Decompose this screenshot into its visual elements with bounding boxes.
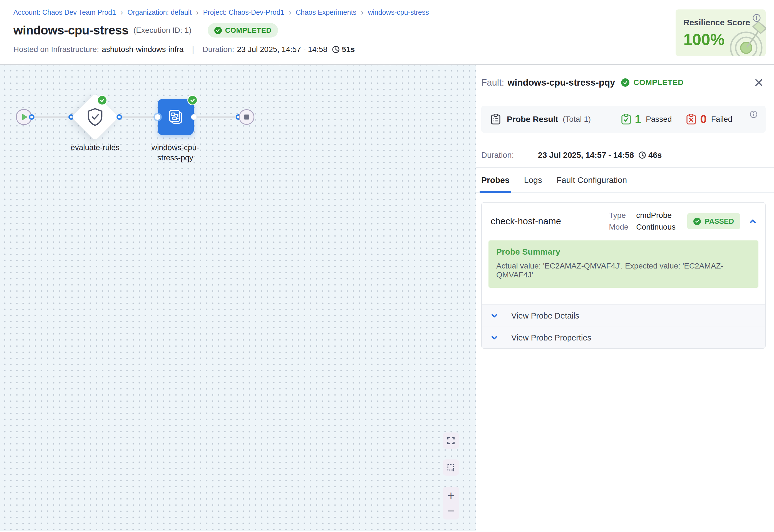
probe-meta: Type cmdProbe Mode Continuous: [609, 211, 676, 232]
probe-result-summary-bar: Probe Result (Total 1) 1 Passed: [481, 106, 766, 133]
step-label-windows-cpu-stress-pqy: windows-cpu-stress-pqy: [147, 142, 204, 163]
node-port: [191, 114, 197, 120]
chevron-up-icon: [748, 217, 757, 226]
close-icon: [754, 78, 763, 87]
probe-result-counts: 1 Passed 0 Failed: [621, 113, 732, 126]
zoom-in-button[interactable]: +: [443, 488, 459, 503]
probe-card-footer: View Probe Details View Probe Properties: [482, 304, 765, 348]
check-circle-icon: [621, 78, 629, 87]
probe-type-value: cmdProbe: [636, 211, 676, 220]
probe-summary-text: Actual value: 'EC2AMAZ-QMVAF4J'. Expecte…: [496, 262, 751, 279]
info-icon[interactable]: [753, 14, 761, 23]
view-probe-properties-label: View Probe Properties: [511, 333, 591, 342]
stop-icon: [244, 115, 249, 120]
detail-tabs: Probes Logs Fault Configuration: [476, 167, 774, 193]
fault-status-label: COMPLETED: [633, 78, 683, 87]
view-probe-properties-toggle[interactable]: View Probe Properties: [482, 327, 765, 348]
pipeline-edge: [119, 116, 158, 118]
clipboard-check-icon: [621, 114, 631, 125]
duration-value: 23 Jul 2025, 14:57 - 14:58: [237, 45, 327, 54]
probe-mode-label: Mode: [609, 223, 628, 232]
connector-port: [29, 114, 34, 120]
failed-label: Failed: [711, 115, 732, 124]
collapse-probe-button[interactable]: [748, 217, 757, 226]
duration-elapsed: 46s: [648, 151, 662, 160]
meta-row: Hosted on Infrastructure: ashutosh-windo…: [13, 44, 774, 54]
resilience-score-value: 100%: [683, 30, 766, 49]
marquee-select-button[interactable]: [443, 459, 459, 476]
connector-port: [116, 114, 122, 120]
probe-card-check-host-name: check-host-name Type cmdProbe Mode Conti…: [481, 202, 766, 349]
page-title: windows-cpu-stress: [13, 23, 128, 37]
breadcrumb-chaos-experiments[interactable]: Chaos Experiments: [296, 8, 356, 16]
probe-summary-box: Probe Summary Actual value: 'EC2AMAZ-QMV…: [488, 240, 758, 288]
experiment-status-label: COMPLETED: [225, 26, 272, 35]
fullscreen-icon: [447, 437, 455, 444]
execution-id: (Execution ID: 1): [133, 26, 192, 35]
duration-value: 23 Jul 2025, 14:57 - 14:58: [538, 151, 634, 160]
check-circle-icon: [693, 218, 701, 225]
experiment-fault-icon: [167, 108, 184, 127]
clock-icon: [638, 151, 646, 159]
probe-status-label: PASSED: [705, 217, 734, 226]
probe-type-label: Type: [609, 211, 628, 220]
experiment-status-badge: COMPLETED: [208, 23, 278, 38]
view-probe-details-label: View Probe Details: [511, 311, 579, 320]
pipeline-edge: [194, 116, 239, 118]
fault-name: windows-cpu-stress-pqy: [508, 77, 615, 88]
step-label-evaluate-rules: evaluate-rules: [62, 142, 128, 153]
chevron-down-icon: [490, 334, 498, 342]
passed-count: 1: [635, 113, 641, 126]
duration-elapsed: 51s: [342, 45, 355, 54]
breadcrumb-separator-icon: ›: [289, 9, 291, 16]
resilience-score-card: Resilience Score 100%: [676, 9, 766, 56]
tab-logs[interactable]: Logs: [524, 168, 542, 192]
zoom-out-button[interactable]: −: [443, 503, 459, 518]
passed-label: Passed: [646, 115, 672, 124]
fault-header: Fault: windows-cpu-stress-pqy COMPLETED: [481, 73, 766, 92]
tab-fault-configuration[interactable]: Fault Configuration: [557, 168, 627, 192]
clipboard-icon: [491, 114, 501, 125]
pipeline-end-node[interactable]: [239, 109, 254, 125]
breadcrumb-separator-icon: ›: [196, 9, 199, 16]
fault-duration-row: Duration: 23 Jul 2025, 14:57 - 14:58 46s: [481, 143, 766, 167]
breadcrumb-current[interactable]: windows-cpu-stress: [368, 8, 429, 16]
failed-count: 0: [700, 113, 706, 126]
main-content: evaluate-rules windows-cpu-stress-pqy + …: [0, 65, 774, 531]
shield-check-icon: [87, 108, 103, 126]
breadcrumb-account[interactable]: Account: Chaos Dev Team Prod1: [13, 8, 116, 16]
marquee-select-icon: [447, 463, 455, 472]
breadcrumb-organization[interactable]: Organization: default: [128, 8, 192, 16]
probe-card-header[interactable]: check-host-name Type cmdProbe Mode Conti…: [482, 203, 765, 239]
chaos-experiment-execution-page: Account: Chaos Dev Team Prod1 › Organiza…: [0, 0, 774, 532]
probe-result-title: Probe Result: [507, 115, 558, 124]
probe-summary-title: Probe Summary: [496, 247, 751, 257]
breadcrumb: Account: Chaos Dev Team Prod1 › Organiza…: [13, 0, 774, 16]
meta-divider: |: [192, 44, 194, 54]
view-probe-details-toggle[interactable]: View Probe Details: [482, 305, 765, 327]
pipeline-edge: [32, 116, 71, 118]
probe-status-badge: PASSED: [687, 213, 740, 229]
duration-label: Duration:: [203, 45, 234, 54]
probe-mode-value: Continuous: [636, 223, 676, 232]
infra-value: ashutosh-windows-infra: [102, 45, 183, 54]
probe-name: check-host-name: [491, 216, 609, 227]
breadcrumb-separator-icon: ›: [120, 9, 123, 16]
page-header: Account: Chaos Dev Team Prod1 › Organiza…: [0, 0, 774, 65]
info-icon[interactable]: [750, 111, 757, 119]
fault-label: Fault:: [481, 77, 504, 88]
duration-label: Duration:: [481, 151, 538, 160]
infra-label: Hosted on Infrastructure:: [13, 45, 99, 54]
close-panel-button[interactable]: [754, 78, 763, 87]
breadcrumb-project[interactable]: Project: Chaos-Dev-Prod1: [203, 8, 284, 16]
pipeline-canvas[interactable]: evaluate-rules windows-cpu-stress-pqy + …: [0, 65, 476, 531]
zoom-controls: + −: [443, 487, 459, 519]
fullscreen-button[interactable]: [443, 432, 459, 449]
title-row: windows-cpu-stress (Execution ID: 1) COM…: [13, 23, 774, 38]
probe-result-total: (Total 1): [563, 115, 591, 124]
breadcrumb-separator-icon: ›: [361, 9, 363, 16]
fault-success-check-icon: [187, 95, 198, 105]
node-port: [155, 114, 160, 120]
play-icon: [21, 113, 28, 121]
tab-probes[interactable]: Probes: [481, 168, 510, 192]
